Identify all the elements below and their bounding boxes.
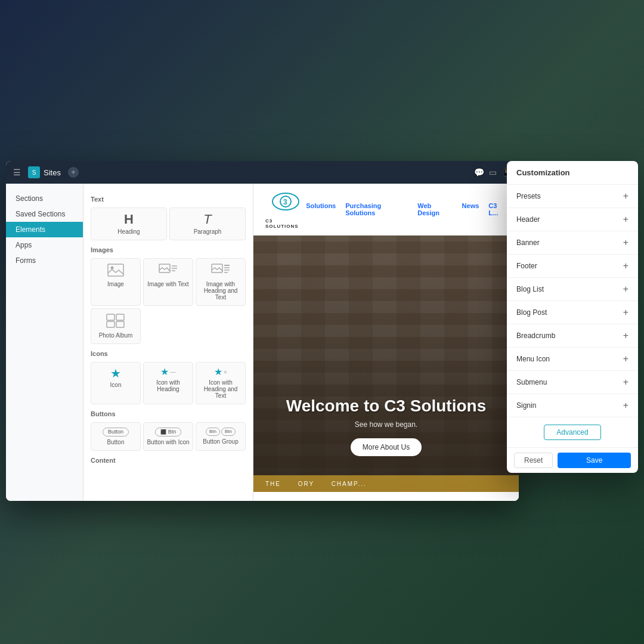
preview-ticker: THE ORY CHAMP... [253,475,519,492]
blog-list-label: Blog List [516,285,544,293]
image-with-text-icon [159,264,178,278]
button-group-preview: Btn Btn [206,428,236,436]
submenu-row[interactable]: Submenu + [507,371,638,394]
sites-label: S Sites [28,166,61,178]
icon-with-heading-icon: ★ — [160,367,176,377]
hero-cta-button[interactable]: More About Us [351,438,422,456]
image-label: Image [107,281,124,287]
sidebar-item-sections[interactable]: Sections [6,191,83,206]
image-with-heading-text-element[interactable]: Image with Heading and Text [196,258,246,306]
editor-body: Sections Saved Sections Elements Apps Fo… [6,184,519,501]
paragraph-element[interactable]: T Paragraph [169,208,246,240]
desktop-view-icon[interactable]: 💬 [474,168,484,177]
image-with-text-element[interactable]: Image with Text [143,258,193,306]
breadcrumb-row[interactable]: Breadcrumb + [507,324,638,348]
icon-with-heading-text-element[interactable]: ★ ≡ Icon with Heading and Text [196,362,246,404]
svg-text:3: 3 [283,198,287,206]
customization-panel: Customization Presets + Header + Banner … [507,161,638,473]
signin-label: Signin [516,401,536,410]
signin-plus-icon[interactable]: + [623,400,628,411]
c3-solutions-logo-svg: 3 [268,190,304,218]
banner-label: Banner [516,239,540,247]
header-plus-icon[interactable]: + [623,214,628,225]
paragraph-label: Paragraph [194,228,222,235]
images-section-title: Images [91,246,246,253]
icon-element[interactable]: ★ Icon [91,362,141,404]
save-button[interactable]: Save [558,453,631,468]
banner-row[interactable]: Banner + [507,231,638,255]
image-element[interactable]: Image [91,258,141,306]
icon-with-heading-label: Icon with Heading [146,379,190,392]
blog-post-row[interactable]: Blog Post + [507,301,638,324]
breadcrumb-plus-icon[interactable]: + [623,330,628,341]
nav-link-web-design[interactable]: Web Design [417,202,452,216]
button-with-icon-label: Button with Icon [147,439,189,445]
button-with-icon-element[interactable]: ⬛ Btn Button with Icon [143,422,193,451]
blog-list-plus-icon[interactable]: + [623,284,628,295]
sidebar-item-apps[interactable]: Apps [6,237,83,253]
reset-button[interactable]: Reset [514,453,553,468]
left-sidebar: Sections Saved Sections Elements Apps Fo… [6,184,83,501]
svg-rect-0 [108,264,123,276]
advanced-section: Advanced [507,417,638,447]
sidebar-item-elements[interactable]: Elements [6,222,83,237]
footer-plus-icon[interactable]: + [623,261,628,271]
photo-album-label: Photo Album [99,332,133,339]
sites-logo-icon: S [28,166,40,178]
text-elements-grid: H Heading T Paragraph [91,208,246,240]
view-icons-group: 💬 ▭ 📱 [474,168,512,177]
svg-point-1 [111,267,114,270]
svg-rect-12 [116,314,124,320]
banner-plus-icon[interactable]: + [623,237,628,248]
button-group-label: Button Group [203,438,238,445]
nav-link-news[interactable]: News [462,202,479,216]
photo-album-icon [106,314,125,330]
presets-row[interactable]: Presets + [507,185,638,208]
submenu-label: Submenu [516,378,547,386]
heading-icon: H [124,213,134,226]
icons-section-title: Icons [91,350,246,357]
submenu-plus-icon[interactable]: + [623,377,628,388]
heading-element[interactable]: H Heading [91,208,167,240]
add-site-button[interactable]: + [68,167,79,178]
nav-link-solutions[interactable]: Solutions [306,202,336,216]
footer-row[interactable]: Footer + [507,255,638,278]
image-with-text-label: Image with Text [147,281,188,287]
menu-icon-plus-icon[interactable]: + [623,354,628,364]
images-elements-grid: Image Image with Text [91,258,246,344]
menu-icon-row[interactable]: Menu Icon + [507,348,638,371]
icons-elements-grid: ★ Icon ★ — Icon with Heading ★ ≡ [91,362,246,404]
svg-rect-13 [107,321,114,327]
image-with-heading-text-icon [211,264,230,278]
customization-footer: Reset Save [507,447,638,473]
content-section-title: Content [91,457,246,464]
icon-with-heading-text-label: Icon with Heading and Text [199,379,243,399]
button-group-element[interactable]: Btn Btn Button Group [196,422,246,451]
photo-album-element[interactable]: Photo Album [91,308,141,344]
header-label: Header [516,215,540,224]
button-element[interactable]: Button Button [91,422,141,451]
preview-hero-content: Welcome to C3 Solutions See how we began… [253,397,519,456]
sidebar-item-forms[interactable]: Forms [6,253,83,268]
presets-label: Presets [516,192,541,200]
hamburger-icon[interactable]: ☰ [13,168,21,177]
signin-row[interactable]: Signin + [507,394,638,417]
blog-list-row[interactable]: Blog List + [507,278,638,301]
tablet-view-icon[interactable]: ▭ [489,168,497,177]
preview-nav: 3 C3 SOLUTIONS Solutions Purchasing Solu… [253,184,519,236]
buttons-elements-grid: Button Button ⬛ Btn Button with Icon Btn [91,422,246,451]
nav-link-purchasing[interactable]: Purchasing Solutions [345,202,408,216]
blog-post-label: Blog Post [516,308,547,317]
blog-post-plus-icon[interactable]: + [623,307,628,318]
canvas-area[interactable]: 3 C3 SOLUTIONS Solutions Purchasing Solu… [253,184,519,501]
presets-plus-icon[interactable]: + [623,191,628,202]
nav-link-c3l[interactable]: C3 L... [488,202,507,216]
header-row[interactable]: Header + [507,208,638,231]
menu-icon-label: Menu Icon [516,355,550,363]
hero-subtitle: See how we began. [253,420,519,429]
icon-with-heading-element[interactable]: ★ — Icon with Heading [143,362,193,404]
button-preview-icon: Button [103,428,129,436]
image-with-heading-text-label: Image with Heading and Text [199,281,243,301]
advanced-button[interactable]: Advanced [544,425,600,440]
sidebar-item-saved-sections[interactable]: Saved Sections [6,206,83,222]
